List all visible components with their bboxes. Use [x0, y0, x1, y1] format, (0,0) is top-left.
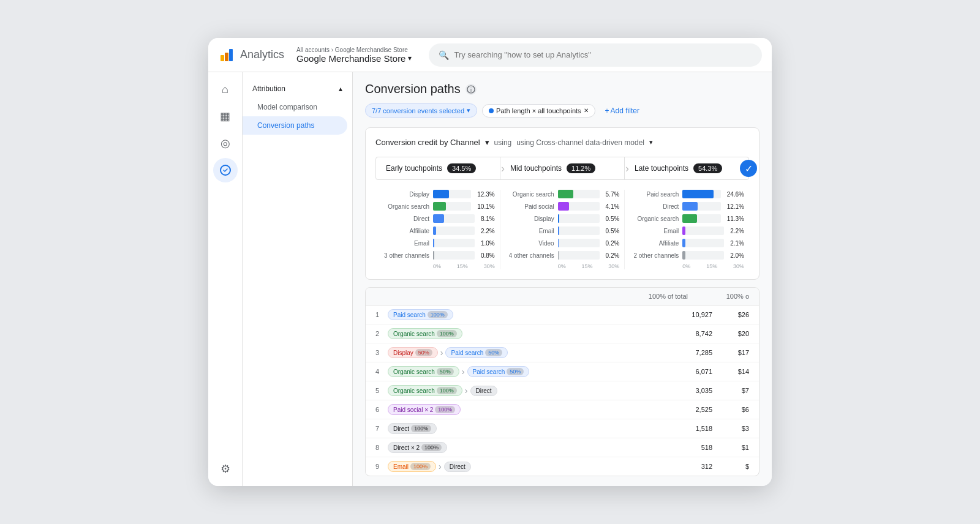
bar-value: 0.5% — [606, 228, 620, 234]
chip-badge: 100% — [435, 406, 455, 413]
main-content: Conversion paths i 7/7 conversion events… — [353, 72, 772, 486]
touchpoints-row: Early touchpoints 34.5% › Mid touchpoint… — [375, 157, 749, 180]
path-chips: Organic search 50% › Paid search 50% — [388, 366, 663, 377]
add-filter-label: Add filter — [611, 107, 639, 115]
bar-fill — [433, 190, 449, 198]
bar-value: 0.8% — [481, 252, 495, 259]
home-icon[interactable]: ⌂ — [213, 77, 238, 102]
col-total-header: 100% of total — [627, 293, 688, 300]
analytics-title: Analytics — [240, 48, 284, 61]
bar-fill — [558, 190, 574, 198]
settings-icon[interactable]: ⚙ — [213, 457, 238, 481]
chip-badge: 50% — [485, 349, 502, 356]
explore-icon[interactable]: ◎ — [213, 131, 238, 155]
bar-row-email-early: Email 1.0% — [380, 239, 495, 247]
top-bar: Analytics All accounts › Google Merchand… — [208, 38, 772, 72]
analytics-logo: Analytics — [218, 47, 284, 64]
bar-label: Direct — [630, 203, 679, 210]
table-card: 100% of total 100% o 1 Paid search 100% … — [365, 287, 760, 476]
bar-value: 2.1% — [730, 240, 744, 247]
table-row: 4 Organic search 50% › Paid search 50% 6… — [366, 362, 759, 381]
path-arrow: › — [439, 462, 442, 471]
path-chip: Organic search 100% — [388, 385, 462, 396]
mid-touchpoints-header: Mid touchpoints 11.2% — [510, 163, 614, 173]
table-row: 8 Direct × 2 100% 518 $1 — [366, 438, 759, 457]
events-filter-chip[interactable]: 7/7 conversion events selected ▾ — [365, 103, 477, 118]
path-chips: Email 100% › Direct — [388, 461, 663, 472]
page-title-row: Conversion paths i — [365, 82, 760, 96]
row-value: 312 — [663, 463, 712, 470]
path-chips: Organic search 100% › Direct — [388, 385, 663, 396]
bar-row-organic-mid: Organic search 5.7% — [505, 190, 620, 198]
row-revenue: $20 — [712, 330, 749, 337]
row-revenue: $6 — [712, 406, 749, 413]
attribution-label: Attribution — [252, 84, 285, 93]
bar-value: 0.2% — [606, 240, 620, 247]
bar-value: 2.2% — [730, 228, 744, 234]
analytics-logo-icon — [218, 47, 235, 64]
nav-item-model-comparison[interactable]: Model comparison — [243, 98, 352, 116]
bars-grid: Display 12.3% Organic search 10.1% — [375, 190, 749, 269]
bar-container — [682, 190, 720, 198]
chevron-down-icon2: ▾ — [649, 138, 653, 146]
late-touchpoints-section: Late touchpoints 54.3% ✓ — [625, 157, 748, 179]
bar-fill — [433, 226, 436, 235]
bar-chart-icon[interactable]: ▦ — [213, 104, 238, 129]
row-revenue: $14 — [712, 368, 749, 375]
bar-label: Direct — [380, 215, 429, 222]
bar-row-direct-early: Direct 8.1% — [380, 214, 495, 223]
nav-item-conversion-paths[interactable]: Conversion paths — [243, 116, 347, 135]
bar-label: Affiliate — [380, 228, 429, 234]
path-filter-chip[interactable]: Path length × all touchpoints ✕ — [482, 104, 595, 118]
info-icon[interactable]: i — [466, 84, 477, 95]
bar-fill — [433, 239, 434, 247]
breadcrumb-top: All accounts › Google Merchandise Store — [296, 47, 412, 53]
path-chip: Direct 100% — [388, 423, 437, 434]
bar-value: 11.3% — [727, 215, 744, 222]
path-chip: Email 100% — [388, 461, 436, 472]
bar-label: 2 other channels — [630, 252, 679, 259]
bar-container — [433, 239, 475, 247]
conversion-icon[interactable] — [213, 158, 238, 182]
bar-fill — [682, 251, 685, 260]
bar-container — [558, 190, 600, 198]
using-model-label: using — [494, 138, 512, 147]
bar-label: Paid search — [630, 191, 679, 198]
chip-badge: 100% — [411, 425, 431, 432]
bar-row-email-mid: Email 0.5% — [505, 226, 620, 235]
attribution-section[interactable]: Attribution ▴ — [243, 80, 352, 98]
late-badge: 54.3% — [693, 163, 722, 173]
search-bar[interactable]: 🔍 — [429, 43, 762, 67]
row-number: 7 — [375, 425, 388, 432]
close-icon[interactable]: ✕ — [584, 107, 589, 114]
row-number: 8 — [375, 444, 388, 451]
row-revenue: $1 — [712, 444, 749, 451]
row-value: 10,927 — [663, 311, 712, 318]
table-row: 5 Organic search 100% › Direct 3,035 $7 — [366, 381, 759, 400]
bar-container — [558, 202, 600, 211]
bar-value: 4.1% — [606, 203, 620, 210]
row-value: 1,518 — [663, 425, 712, 432]
bar-row-other-mid: 4 other channels 0.2% — [505, 251, 620, 260]
bar-fill — [433, 214, 444, 223]
row-revenue: $3 — [712, 425, 749, 432]
bar-container — [433, 190, 471, 198]
bar-axis-late: 0% 15% 30% — [630, 263, 744, 269]
bar-label: Organic search — [505, 191, 554, 198]
breadcrumb-main[interactable]: Google Merchandise Store ▾ — [296, 53, 412, 64]
add-filter-button[interactable]: + Add filter — [600, 104, 644, 118]
row-value: 6,071 — [663, 368, 712, 375]
bar-label: Email — [505, 228, 554, 234]
search-input[interactable] — [454, 50, 752, 59]
row-number: 1 — [375, 311, 388, 318]
bar-fill — [682, 239, 685, 247]
bar-label: Email — [630, 228, 679, 234]
bar-container — [558, 239, 600, 247]
bar-fill — [558, 226, 559, 235]
path-chips: Paid social × 2 100% — [388, 404, 663, 415]
early-touchpoints-header: Early touchpoints 34.5% — [386, 163, 490, 173]
bar-row-organic-late: Organic search 11.3% — [630, 214, 744, 223]
bar-label: 3 other channels — [380, 252, 429, 259]
path-arrow: › — [440, 348, 443, 357]
bar-fill — [558, 251, 559, 260]
